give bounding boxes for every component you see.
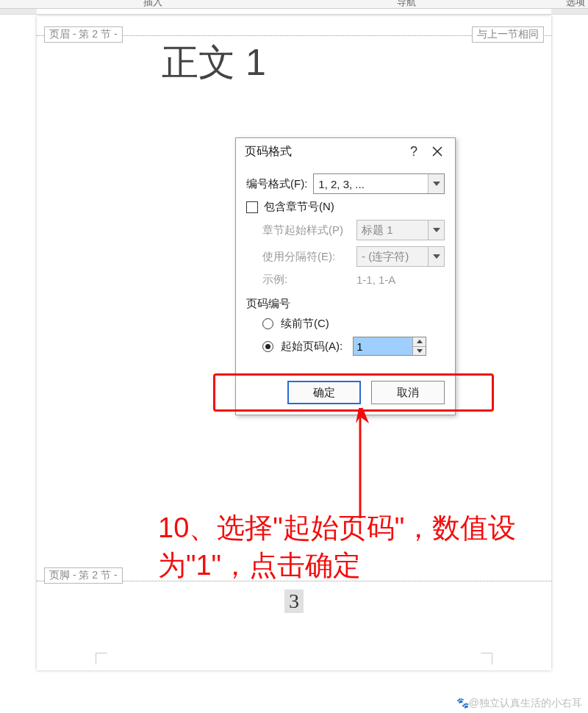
dialog-close-button[interactable] <box>426 143 449 160</box>
same-as-previous-tag: 与上一节相同 <box>472 26 544 43</box>
number-format-combo[interactable]: 1, 2, 3, ... <box>313 173 445 194</box>
ribbon-strip: 插入 导航 选项 <box>0 0 588 9</box>
dialog-help-button[interactable]: ? <box>402 143 426 160</box>
ribbon-tab-insert[interactable]: 插入 <box>143 0 162 9</box>
continue-previous-label: 续前节(C) <box>281 317 329 331</box>
number-format-label: 编号格式(F): <box>246 177 307 191</box>
paw-icon: 🐾 <box>456 697 469 709</box>
separator-value: - (连字符) <box>357 247 428 266</box>
chevron-down-icon <box>428 221 444 240</box>
page-title: 正文 1 <box>162 38 266 87</box>
spinner-down-icon[interactable] <box>413 347 426 356</box>
start-at-label: 起始页码(A): <box>281 340 343 354</box>
close-icon <box>432 146 442 157</box>
page-margin-corner-bl <box>96 653 107 664</box>
start-at-radio[interactable] <box>262 341 273 352</box>
page-number-format-dialog: 页码格式 ? 编号格式(F): 1, 2, 3, ... 包含章节号(N) 章节… <box>235 137 456 415</box>
separator-combo: - (连字符) <box>356 246 445 267</box>
include-chapter-label: 包含章节号(N) <box>264 200 334 214</box>
dialog-titlebar[interactable]: 页码格式 ? <box>236 138 455 165</box>
header-section-tag: 页眉 - 第 2 节 - <box>44 26 123 43</box>
page-numbering-section-label: 页码编号 <box>246 297 445 311</box>
chapter-style-label: 章节起始样式(P) <box>262 223 351 237</box>
footer-section-tag: 页脚 - 第 2 节 - <box>44 567 123 584</box>
footer-page-number-value: 3 <box>284 590 304 613</box>
chapter-style-combo: 标题 1 <box>356 220 445 240</box>
start-at-value[interactable]: 1 <box>354 337 412 355</box>
start-at-spinner[interactable]: 1 <box>353 337 426 356</box>
horizontal-ruler <box>0 9 588 15</box>
separator-label: 使用分隔符(E): <box>262 250 351 264</box>
footer-page-number[interactable]: 3 <box>37 590 551 613</box>
chapter-style-value: 标题 1 <box>357 221 428 240</box>
number-format-value: 1, 2, 3, ... <box>314 174 428 193</box>
example-label: 示例: <box>262 273 351 287</box>
ok-button[interactable]: 确定 <box>287 381 361 404</box>
spinner-up-icon[interactable] <box>413 337 426 347</box>
watermark-text: 🐾@独立认真生活的小右耳 <box>456 697 582 710</box>
continue-previous-radio[interactable] <box>262 318 273 329</box>
ribbon-tab-nav[interactable]: 导航 <box>397 0 416 9</box>
page-margin-corner-br <box>481 653 492 664</box>
chevron-down-icon <box>428 174 444 193</box>
include-chapter-checkbox[interactable] <box>246 201 258 213</box>
dialog-title: 页码格式 <box>245 144 402 160</box>
chevron-down-icon <box>428 247 444 266</box>
ribbon-tab-options[interactable]: 选项 <box>566 0 585 9</box>
example-value: 1-1, 1-A <box>356 273 395 286</box>
cancel-button[interactable]: 取消 <box>371 381 445 404</box>
annotation-text: 10、选择"起始页码"，数值设为"1"，点击确定 <box>158 509 570 585</box>
